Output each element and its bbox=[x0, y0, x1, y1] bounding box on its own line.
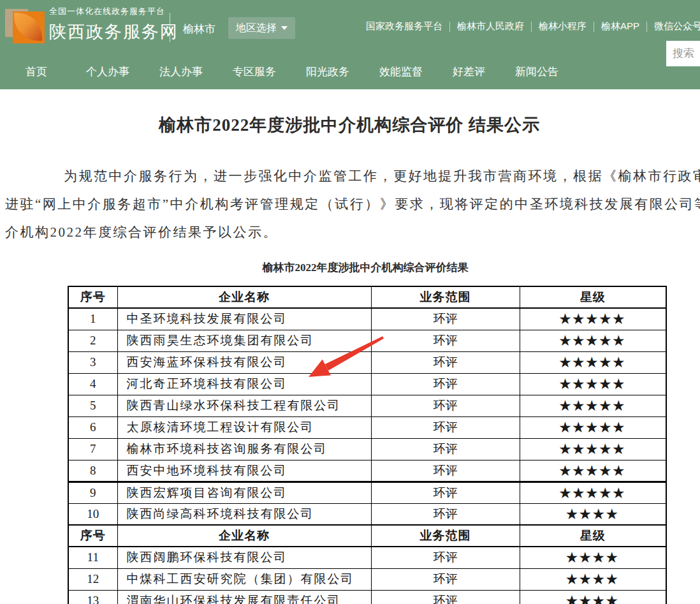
article-content: 榆林市2022年度涉批中介机构综合评价 结果公示 为规范中介服务行为，进一步强化… bbox=[0, 114, 700, 604]
cell-star-rating: ★★★★★ bbox=[520, 438, 666, 460]
cell-index: 13 bbox=[68, 590, 117, 604]
table-row: 11陕西阔鹏环保科技有限公司环评★★★★ bbox=[68, 547, 666, 568]
nav-item-news[interactable]: 新闻公告 bbox=[515, 64, 558, 79]
link-separator bbox=[449, 22, 450, 32]
nav-item-zone-services[interactable]: 专区服务 bbox=[233, 64, 276, 79]
cell-company-name: 河北奇正环境科技有限公司 bbox=[117, 373, 371, 395]
table-caption: 榆林市2022年度涉批中介机构综合评价结果 bbox=[0, 260, 700, 275]
column-header: 业务范围 bbox=[371, 525, 520, 547]
cell-star-rating: ★★★★★ bbox=[520, 373, 666, 395]
cell-company-name: 陕西宏辉项目咨询有限公司 bbox=[117, 482, 371, 503]
cell-index: 12 bbox=[68, 568, 117, 590]
top-header-bar: 全国一体化在线政务服务平台 陕西政务服务网 榆林市 地区选择 国家政务服务平台 … bbox=[0, 0, 700, 54]
table-row: 1中圣环境科技发展有限公司环评★★★★★ bbox=[68, 308, 666, 330]
table-row: 5陕西青山绿水环保科技工程有限公司环评★★★★★ bbox=[68, 395, 666, 416]
region-selector-label: 地区选择 bbox=[236, 22, 277, 35]
cell-business-scope: 环评 bbox=[371, 547, 520, 568]
cell-company-name: 西安中地环境科技有限公司 bbox=[117, 460, 371, 482]
column-header: 序号 bbox=[68, 286, 117, 308]
paragraph-line: 介机构2022年度综合评价结果予以公示。 bbox=[5, 218, 700, 246]
column-header: 序号 bbox=[68, 525, 117, 547]
cell-index: 11 bbox=[68, 547, 117, 568]
top-links: 国家政务服务平台 榆林市人民政府 榆林小程序 榆林APP 微信公众号 注册 bbox=[366, 20, 700, 33]
paragraph-line: 进驻“网上中介服务超市”中介机构考评管理规定（试行）》要求，现将评定的中圣环境科… bbox=[5, 190, 700, 218]
cell-star-rating: ★★★★★ bbox=[520, 416, 666, 438]
link-national-platform[interactable]: 国家政务服务平台 bbox=[366, 20, 442, 33]
link-wechat-official[interactable]: 微信公众号 bbox=[654, 20, 700, 33]
paragraph-line: 为规范中介服务行为，进一步强化中介监管工作，更好地提升我市营商环境，根据《榆林市… bbox=[5, 162, 700, 190]
brand-divider bbox=[170, 13, 170, 42]
announcement-paragraph: 为规范中介服务行为，进一步强化中介监管工作，更好地提升我市营商环境，根据《榆林市… bbox=[5, 162, 700, 246]
region-selector-button[interactable]: 地区选择 bbox=[228, 17, 295, 39]
cell-star-rating: ★★★★★ bbox=[520, 395, 666, 416]
cell-business-scope: 环评 bbox=[371, 568, 520, 590]
cell-business-scope: 环评 bbox=[371, 373, 520, 395]
column-header: 星级 bbox=[520, 286, 666, 308]
cell-business-scope: 环评 bbox=[371, 330, 520, 351]
link-separator bbox=[531, 22, 532, 32]
cell-business-scope: 环评 bbox=[371, 438, 520, 460]
nav-item-efficiency-supervision[interactable]: 效能监督 bbox=[379, 64, 423, 79]
nav-item-open-government[interactable]: 阳光政务 bbox=[306, 64, 349, 79]
cell-index: 4 bbox=[68, 373, 117, 395]
cell-business-scope: 环评 bbox=[371, 590, 520, 604]
cell-company-name: 太原核清环境工程设计有限公司 bbox=[117, 416, 371, 438]
cell-business-scope: 环评 bbox=[371, 308, 520, 330]
cell-company-name: 榆林市环境科技咨询服务有限公司 bbox=[117, 438, 371, 460]
cell-index: 3 bbox=[68, 351, 117, 373]
cell-star-rating: ★★★★ bbox=[520, 503, 666, 525]
cell-company-name: 陕西尚绿高科环境科技有限公司 bbox=[117, 503, 371, 525]
cell-business-scope: 环评 bbox=[371, 416, 520, 438]
table-header-row: 序号企业名称业务范围星级 bbox=[68, 286, 666, 308]
column-header: 企业名称 bbox=[117, 525, 371, 547]
cell-star-rating: ★★★★★ bbox=[520, 482, 666, 503]
cell-company-name: 中煤科工西安研究院（集团）有限公司 bbox=[117, 568, 371, 590]
link-city-government[interactable]: 榆林市人民政府 bbox=[457, 20, 524, 33]
cell-company-name: 渭南华山环保科技发展有限责任公司 bbox=[117, 590, 371, 604]
nav-item-rating[interactable]: 好差评 bbox=[453, 64, 485, 79]
cell-index: 8 bbox=[68, 460, 117, 482]
cell-company-name: 陕西阔鹏环保科技有限公司 bbox=[117, 547, 371, 568]
cell-company-name: 西安海蓝环保科技有限公司 bbox=[117, 351, 371, 373]
column-header: 企业名称 bbox=[117, 286, 371, 308]
main-nav-bar: 首页 个人办事 法人办事 专区服务 阳光政务 效能监督 好差评 新闻公告 bbox=[0, 54, 700, 89]
cell-index: 6 bbox=[68, 416, 117, 438]
cell-business-scope: 环评 bbox=[371, 482, 520, 503]
nav-item-legal-person[interactable]: 法人办事 bbox=[159, 64, 203, 79]
cell-business-scope: 环评 bbox=[371, 503, 520, 525]
cell-index: 9 bbox=[68, 482, 117, 503]
cell-company-name: 陕西雨昊生态环境集团有限公司 bbox=[117, 330, 371, 351]
cell-star-rating: ★★★★ bbox=[520, 547, 666, 568]
cell-index: 5 bbox=[68, 395, 117, 416]
table-row: 8西安中地环境科技有限公司环评★★★★★ bbox=[68, 460, 666, 482]
table-header-row: 序号企业名称业务范围星级 bbox=[68, 525, 666, 547]
cell-business-scope: 环评 bbox=[371, 351, 520, 373]
search-input[interactable] bbox=[666, 41, 700, 66]
nav-item-personal[interactable]: 个人办事 bbox=[86, 64, 129, 79]
table-row: 13渭南华山环保科技发展有限责任公司环评★★★★ bbox=[68, 590, 666, 604]
link-separator bbox=[646, 22, 647, 32]
table-row: 3西安海蓝环保科技有限公司环评★★★★★ bbox=[68, 351, 666, 373]
table-row: 12中煤科工西安研究院（集团）有限公司环评★★★★ bbox=[68, 568, 666, 590]
nav-item-home[interactable]: 首页 bbox=[26, 64, 47, 79]
site-name: 陕西政务服务网 bbox=[49, 20, 179, 43]
link-mini-program[interactable]: 榆林小程序 bbox=[539, 20, 587, 33]
evaluation-table-body: 序号企业名称业务范围星级1中圣环境科技发展有限公司环评★★★★★2陕西雨昊生态环… bbox=[68, 286, 666, 604]
cell-star-rating: ★★★★★ bbox=[520, 460, 666, 482]
cell-star-rating: ★★★★★ bbox=[520, 308, 666, 330]
cell-index: 7 bbox=[68, 438, 117, 460]
brand-block: 全国一体化在线政务服务平台 陕西政务服务网 bbox=[49, 6, 179, 43]
cell-index: 10 bbox=[68, 503, 117, 525]
table-row: 6太原核清环境工程设计有限公司环评★★★★★ bbox=[68, 416, 666, 438]
current-city[interactable]: 榆林市 bbox=[183, 22, 215, 36]
table-row: 7榆林市环境科技咨询服务有限公司环评★★★★★ bbox=[68, 438, 666, 460]
cell-star-rating: ★★★★ bbox=[520, 590, 666, 604]
cell-star-rating: ★★★★★ bbox=[520, 351, 666, 373]
column-header: 星级 bbox=[520, 525, 666, 547]
site-logo[interactable] bbox=[5, 6, 45, 46]
link-app[interactable]: 榆林APP bbox=[601, 20, 639, 33]
platform-name: 全国一体化在线政务服务平台 bbox=[49, 6, 179, 17]
page-title: 榆林市2022年度涉批中介机构综合评价 结果公示 bbox=[0, 114, 699, 136]
chevron-down-icon bbox=[281, 26, 288, 30]
table-row: 2陕西雨昊生态环境集团有限公司环评★★★★★ bbox=[68, 330, 666, 351]
